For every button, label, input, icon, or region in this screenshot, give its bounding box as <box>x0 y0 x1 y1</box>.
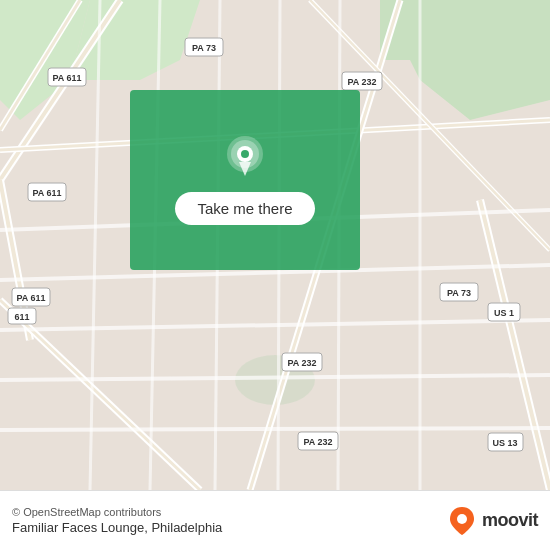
svg-point-58 <box>241 150 249 158</box>
svg-text:PA 232: PA 232 <box>347 77 376 87</box>
svg-text:611: 611 <box>14 312 29 322</box>
svg-text:PA 611: PA 611 <box>32 188 61 198</box>
map-container: PA 611 PA 611 PA 611 611 PA 73 PA 232 PA… <box>0 0 550 490</box>
bottom-bar: © OpenStreetMap contributors Familiar Fa… <box>0 490 550 550</box>
svg-text:PA 611: PA 611 <box>16 293 45 303</box>
moovit-icon <box>446 505 478 537</box>
moovit-brand-text: moovit <box>482 510 538 531</box>
svg-text:PA 232: PA 232 <box>303 437 332 447</box>
svg-text:US 1: US 1 <box>494 308 514 318</box>
svg-text:PA 232: PA 232 <box>287 358 316 368</box>
moovit-logo: moovit <box>446 505 538 537</box>
svg-text:PA 611: PA 611 <box>52 73 81 83</box>
svg-text:PA 73: PA 73 <box>447 288 471 298</box>
svg-line-26 <box>0 428 550 430</box>
svg-text:US 13: US 13 <box>492 438 517 448</box>
map-overlay: Take me there <box>130 90 360 270</box>
svg-point-60 <box>457 514 467 524</box>
svg-text:PA 73: PA 73 <box>192 43 216 53</box>
copyright-text: © OpenStreetMap contributors <box>12 506 446 518</box>
location-text: Familiar Faces Lounge, Philadelphia <box>12 520 446 535</box>
take-me-there-button[interactable]: Take me there <box>175 192 314 225</box>
location-pin-icon <box>225 136 265 184</box>
